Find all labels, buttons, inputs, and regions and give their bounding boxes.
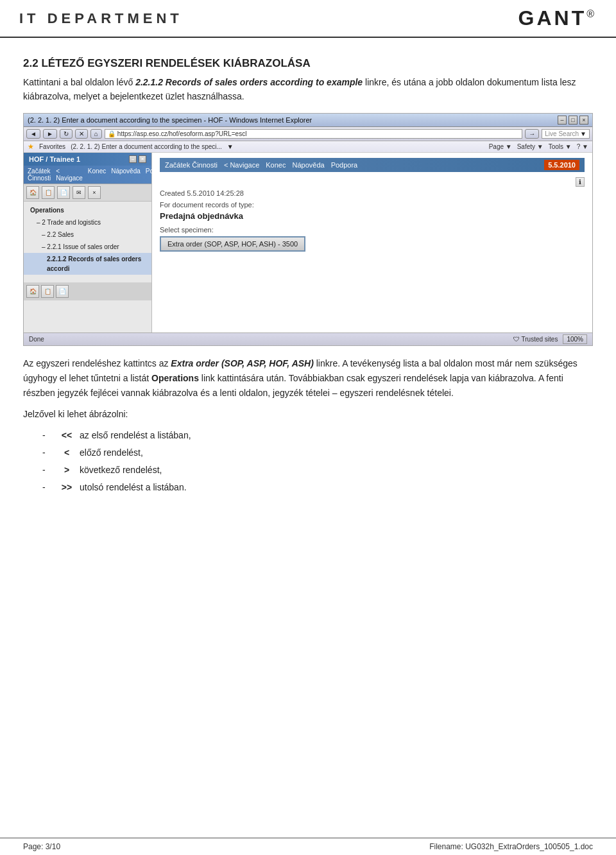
list-desc-1: az első rendelést a listában, [80,428,593,443]
para1-bold-italic: Extra order (SOP, ASP, HOF, ASH) [171,358,314,368]
tree-trade[interactable]: – 2 Trade and logistics [24,216,151,229]
section-number: 2.2 [23,57,38,69]
reg-symbol: ® [586,8,597,19]
nav-podpora-main[interactable]: Podpora [331,161,358,169]
search-label: Live Search [545,130,579,137]
trusted-sites: 🛡 Trusted sites [513,336,558,343]
minimize-button[interactable]: – [558,116,567,125]
tools-menu[interactable]: Tools ▼ [549,143,572,150]
list-sym-3: > [54,463,80,478]
nav-konec-main[interactable]: Konec [266,161,286,169]
close-button[interactable]: × [579,116,588,125]
header-right-logo: GANT® [518,6,597,30]
go-button[interactable]: → [525,129,539,139]
select-specimen-label: Select specimen: [160,226,585,234]
favorites-tab[interactable]: (2. 2. 1. 2) Enter a document according … [71,143,222,150]
jelzo-line: Jelzővel ki lehet ábrázolni: [23,407,593,422]
intro-text-before: Kattintani a bal oldalon lévő [23,77,135,87]
date-badge: 5.5.2010 [544,160,579,170]
list-desc-3: következő rendelést, [80,463,593,478]
page-header: IT DEPARTMENT GANT® [0,0,616,38]
trusted-sites-label: Trusted sites [522,336,558,343]
browser-main-panel: Začátek Činnosti < Navigace Konec Nápově… [152,153,592,332]
intro-bold-italic: 2.2.1.2 Records of sales orders accordin… [135,77,363,87]
sidebar-header: HOF / Trainee 1 – × [24,153,151,166]
shield-icon: 🛡 [513,336,520,343]
back-button[interactable]: ◄ [26,129,40,139]
sidebar-minimize[interactable]: – [129,155,137,163]
sidebar-icon-5[interactable]: × [88,186,101,199]
info-icon-button[interactable]: ℹ [576,177,585,187]
address-bar[interactable]: 🔒 https://asp.eso.cz/hof/esoform.asp?URL… [105,129,522,139]
logo-text: GANT [518,6,587,30]
main-content: 2.2 LÉTEZŐ EGYSZERI RENDELÉSEK KIÁBRAZOL… [0,38,616,514]
home-button[interactable]: ⌂ [90,129,102,139]
sidebar-icon-4[interactable]: ✉ [73,186,85,199]
list-item-last: - >> utolsó rendelést a listában. [42,480,593,495]
created-line: Created 5.5.2010 14:25:28 [160,189,585,197]
footer-page: Page: 3/10 [23,842,60,851]
intro-paragraph: Kattintani a bal oldalon lévő 2.2.1.2 Re… [23,75,593,104]
list-sym-1: << [54,428,80,443]
browser-sidebar: HOF / Trainee 1 – × Začátek Činnosti < N… [24,153,152,332]
page-dropdown-icon: ▼ [227,143,234,150]
browser-content-area: HOF / Trainee 1 – × Začátek Činnosti < N… [24,153,592,332]
list-dash-2: - [42,445,54,460]
maximize-button[interactable]: □ [569,116,578,125]
status-done: Done [29,336,44,343]
help-menu[interactable]: ? ▼ [577,143,588,150]
nav-zacatek-main[interactable]: Začátek Činnosti [165,161,218,169]
footer-filename: Filename: UG032h_ExtraOrders_100505_1.do… [429,842,593,851]
page-footer: Page: 3/10 Filename: UG032h_ExtraOrders_… [0,838,616,855]
para1-bold: Operations [151,373,199,383]
section-heading: LÉTEZŐ EGYSZERI RENDELÉSEK KIÁBRAZOLÁSA [41,57,310,69]
sidebar-bottom-1[interactable]: 🏠 [26,285,39,298]
search-dropdown-icon: ▼ [580,130,586,137]
sidebar-tree: Operations – 2 Trade and logistics – 2.2… [24,202,151,277]
list-desc-2: előző rendelést, [80,445,593,460]
favorites-bar: ★ Favorites (2. 2. 1. 2) Enter a documen… [24,141,592,153]
specimen-button[interactable]: Extra order (SOP, ASP, HOF, ASH) - 3500 [160,236,305,252]
nav-navigace[interactable]: < Navigace [56,168,83,182]
nav-navback-main[interactable]: < Navigace [224,161,259,169]
browser-statusbar: Done 🛡 Trusted sites 100% [24,332,592,345]
sidebar-bottom-icons: 🏠 📋 📄 [24,282,151,300]
sidebar-icon-bar: 🏠 📋 📄 ✉ × [24,184,151,202]
sidebar-icon-3[interactable]: 📄 [57,186,70,199]
nav-zacatek[interactable]: Začátek Činnosti [28,168,51,182]
browser-title-text: (2. 2. 1. 2) Enter a document according … [28,116,558,124]
nav-konec[interactable]: Konec [88,168,106,182]
refresh-button[interactable]: ↻ [60,129,73,139]
sidebar-icon-2[interactable]: 📋 [42,186,55,199]
tree-issue[interactable]: – 2.2.1 Issue of sales order [24,241,151,253]
sidebar-icon-1[interactable]: 🏠 [26,186,39,199]
nav-napoveda[interactable]: Nápověda [111,168,141,182]
favorites-label[interactable]: Favorites [39,143,65,150]
nav-napoveda-main[interactable]: Nápověda [292,161,324,169]
zoom-level: 100% [563,334,587,344]
tree-operations[interactable]: Operations [24,204,151,216]
page-menu[interactable]: Page ▼ [489,143,512,150]
sidebar-bottom-2[interactable]: 📋 [41,285,54,298]
favorites-star-icon: ★ [28,142,34,151]
tree-sales[interactable]: – 2.2 Sales [24,229,151,241]
section-title: 2.2 LÉTEZŐ EGYSZERI RENDELÉSEK KIÁBRAZOL… [23,57,593,70]
address-text: https://asp.eso.cz/hof/esoform.asp?URL=e… [117,130,247,137]
tree-records[interactable]: 2.2.1.2 Records of sales orders accordi [24,253,151,275]
browser-title-buttons: – □ × [558,116,588,125]
stop-button[interactable]: ✕ [75,129,88,139]
browser-screenshot: (2. 2. 1. 2) Enter a document according … [23,113,593,346]
sidebar-bottom-3[interactable]: 📄 [56,285,69,298]
sidebar-title: HOF / Trainee 1 [29,155,80,163]
lock-icon: 🔒 [108,130,116,137]
list-item-first: - << az első rendelést a listában, [42,428,593,443]
list-sym-2: < [54,445,80,460]
search-bar[interactable]: Live Search ▼ [542,129,590,139]
forward-button[interactable]: ► [43,129,57,139]
browser-toolbar: ◄ ► ↻ ✕ ⌂ 🔒 https://asp.eso.cz/hof/esofo… [24,127,592,141]
safety-menu[interactable]: Safety ▼ [517,143,543,150]
list-desc-4: utolsó rendelést a listában. [80,480,593,495]
sidebar-nav-bar: Začátek Činnosti < Navigace Konec Nápově… [24,166,151,184]
sidebar-close[interactable]: × [139,155,146,163]
list-item-next: - > következő rendelést, [42,463,593,478]
